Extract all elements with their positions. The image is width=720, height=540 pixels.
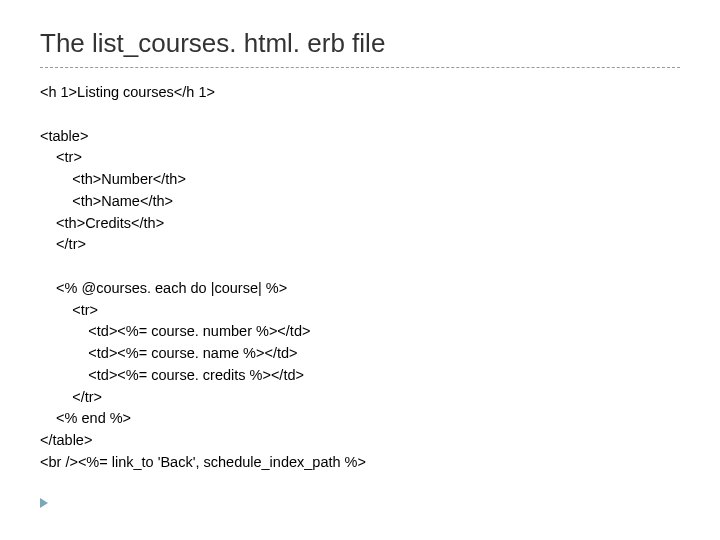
code-block: <h 1>Listing courses</h 1> <table> <tr> … (40, 82, 680, 474)
bullet-icon (40, 498, 48, 508)
slide-title: The list_courses. html. erb file (40, 28, 680, 68)
